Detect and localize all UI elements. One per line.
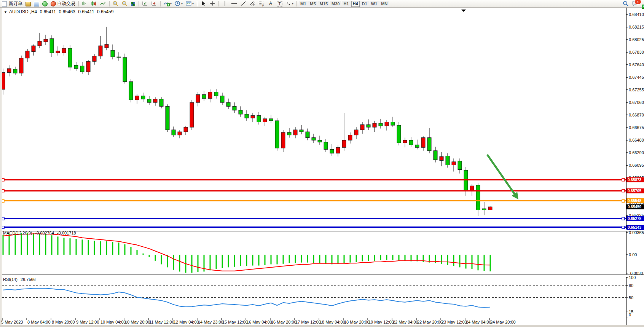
line-handle[interactable] [622, 199, 625, 202]
bear-candle [172, 130, 175, 135]
arrows-tool-button[interactable]: ▾ [284, 0, 295, 7]
timeframe-switcher: M1 M5 M15 M30 H1 H4 D1 W1 MN [298, 0, 389, 7]
search-button[interactable] [621, 0, 630, 7]
periods-clock-button[interactable]: ▾ [173, 0, 184, 7]
bear-candle [226, 102, 230, 106]
timeframe-m15-button[interactable]: M15 [318, 1, 329, 7]
tile-windows-button[interactable] [129, 0, 137, 7]
bull-candle [440, 156, 443, 160]
autotrading-label: 自动交易 [57, 0, 75, 7]
bar-chart-icon [82, 1, 88, 6]
line-handle[interactable] [622, 226, 625, 229]
timeframe-h1-button[interactable]: H1 [342, 1, 350, 7]
collapse-triangle-icon[interactable]: ▼ [4, 10, 7, 14]
bear-candle [306, 132, 309, 137]
vertical-line-tool-button[interactable] [220, 0, 230, 7]
timeframe-m1-button[interactable]: M1 [299, 1, 308, 7]
timeframe-w1-button[interactable]: W1 [370, 1, 379, 7]
bull-candle [26, 51, 29, 58]
market-watch-button[interactable] [24, 0, 32, 7]
bear-candle [367, 124, 370, 127]
toolbar-separator [197, 1, 197, 6]
equidistant-channel-tool-button[interactable]: E [248, 0, 257, 7]
text-tool-button[interactable]: A [266, 0, 275, 7]
text-icon: A [268, 1, 274, 6]
horizontal-lines[interactable] [2, 179, 626, 229]
candlestick-chart-button[interactable] [89, 0, 99, 7]
panel-splitter-rsi[interactable] [0, 274, 644, 277]
timeframe-h4-button[interactable]: H4 [351, 1, 360, 7]
zoom-out-button[interactable] [120, 0, 129, 7]
bear-candle [111, 50, 115, 57]
bull-candle [99, 46, 102, 56]
bull-candle [470, 186, 474, 190]
timeframe-mn-button[interactable]: MN [379, 1, 389, 7]
periods-clock-icon [175, 1, 181, 6]
dropdown-caret-icon: ▾ [292, 2, 293, 5]
bear-candle [239, 110, 242, 114]
bear-candle [245, 114, 249, 118]
line-chart-button[interactable] [99, 0, 108, 7]
tile-windows-icon [131, 2, 135, 6]
bear-candle [13, 69, 17, 73]
bull-candle [44, 39, 48, 42]
line-handle[interactable] [622, 179, 625, 181]
macd-signal-value: -0.001718 [57, 231, 76, 235]
horizontal-line-tool-button[interactable] [230, 0, 239, 7]
dropdown-caret-icon: ▾ [170, 2, 172, 5]
bear-candle [324, 142, 328, 150]
ohlc-open: 0.65411 [40, 9, 56, 14]
line-handle[interactable] [622, 217, 625, 220]
svg-text:F: F [262, 4, 264, 7]
autotrading-button[interactable]: 自动交易 [49, 0, 77, 7]
panel-splitter-macd[interactable] [0, 229, 644, 231]
text-label-icon: T [277, 1, 282, 7]
chart-shift-button[interactable] [150, 0, 159, 7]
toolbar-separator [139, 1, 139, 6]
zoom-in-button[interactable] [111, 0, 120, 7]
bear-candle [330, 149, 334, 153]
search-icon [623, 1, 629, 6]
zoom-out-icon [122, 1, 128, 6]
timeframe-m5-button[interactable]: M5 [308, 1, 317, 7]
bear-candle [233, 106, 236, 110]
horizontal-line-icon [231, 1, 237, 6]
cursor-tool-button[interactable] [199, 0, 208, 7]
rsi-panel [2, 286, 626, 312]
auto-scroll-button[interactable] [140, 0, 150, 7]
bear-candle [391, 122, 395, 125]
bear-candle [220, 96, 224, 102]
bear-candle [312, 138, 316, 140]
toolbar-separator [109, 1, 110, 6]
timeframe-d1-button[interactable]: D1 [360, 1, 369, 7]
timeframe-m30-button[interactable]: M30 [330, 1, 341, 7]
add-indicator-button[interactable]: ▾ [162, 0, 173, 7]
chart-canvas[interactable] [0, 0, 644, 327]
macd-main-value: -0.002764 [35, 231, 54, 235]
auto-scroll-icon [142, 1, 148, 6]
crosshair-tool-button[interactable] [208, 0, 217, 7]
bear-candle [123, 57, 127, 81]
data-window-button[interactable] [32, 0, 41, 7]
bear-candle [458, 161, 462, 169]
bar-chart-button[interactable] [80, 0, 89, 7]
chat-button[interactable]: 1 [630, 0, 639, 7]
bull-candle [373, 123, 376, 127]
bear-candle [275, 121, 279, 148]
candlestick-chart-icon [91, 1, 97, 6]
vertical-line-icon [222, 1, 228, 6]
new-order-button[interactable]: + 新订单 [0, 0, 24, 7]
navigator-button[interactable] [41, 0, 49, 7]
templates-button[interactable]: ▾ [184, 0, 195, 7]
rsi-label: RSI(14) 26.7566 [3, 277, 38, 282]
bull-candle [360, 124, 364, 130]
new-order-icon: + [2, 1, 7, 7]
fibonacci-tool-button[interactable]: F [257, 0, 266, 7]
bull-candle [403, 140, 407, 143]
line-handle[interactable] [622, 190, 625, 192]
bear-candle [269, 119, 273, 121]
trendline-tool-button[interactable] [239, 0, 248, 7]
bear-candle [300, 130, 303, 132]
text-label-tool-button[interactable]: T [275, 0, 284, 7]
bull-candle [7, 69, 11, 72]
